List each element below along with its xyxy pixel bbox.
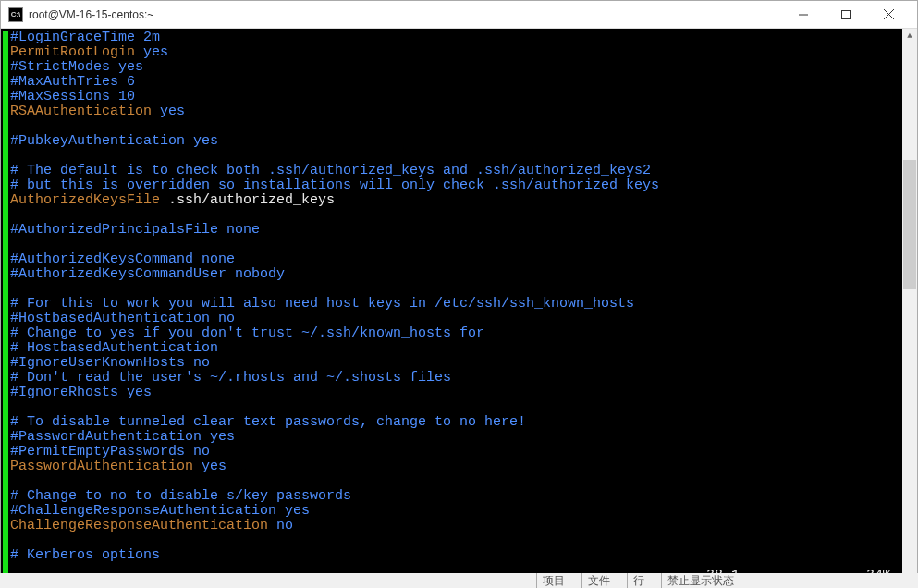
editor-line: RSAAuthentication yes: [10, 104, 902, 119]
text-segment: [10, 148, 18, 164]
editor-line: #PermitEmptyPasswords no: [10, 445, 902, 459]
text-segment: [10, 118, 18, 134]
window-title: root@VM-16-15-centos:~: [29, 8, 153, 21]
titlebar[interactable]: C:\ root@VM-16-15-centos:~: [1, 1, 917, 29]
cursor-position: 38,1: [706, 569, 799, 583]
editor-line: [10, 400, 902, 415]
editor-line: [10, 208, 902, 223]
editor-line: # The default is to check both .ssh/auth…: [10, 164, 902, 178]
editor-line: # but this is overridden so installation…: [10, 178, 902, 193]
editor-line: #PasswordAuthentication yes: [10, 430, 902, 445]
editor-line: # Don't read the user's ~/.rhosts and ~/…: [10, 371, 902, 386]
editor-line: # Kerberos options: [10, 548, 902, 563]
text-segment: # Change to no to disable s/key password…: [10, 488, 351, 504]
editor-line: # HostbasedAuthentication: [10, 341, 902, 356]
text-segment: [10, 281, 18, 297]
text-segment: # Kerberos options: [10, 547, 160, 563]
text-segment: #IgnoreRhosts yes: [10, 385, 152, 400]
editor-line: [10, 149, 902, 164]
editor-line: # Change to no to disable s/key password…: [10, 489, 902, 504]
text-segment: #IgnoreUserKnownHosts no: [10, 355, 210, 371]
text-segment: AuthorizedKeysFile: [10, 192, 160, 208]
editor-line: [10, 119, 902, 134]
editor-line: #HostbasedAuthentication no: [10, 312, 902, 326]
text-segment: yes: [202, 459, 226, 474]
text-segment: [10, 473, 18, 489]
text-segment: #MaxAuthTries 6: [10, 74, 135, 90]
text-segment: [268, 518, 276, 533]
text-segment: [135, 44, 143, 60]
text-segment: [10, 399, 18, 415]
text-segment: ChallengeResponseAuthentication: [10, 518, 268, 533]
editor-line: #IgnoreUserKnownHosts no: [10, 356, 902, 371]
text-segment: no: [276, 518, 293, 533]
text-segment: #AuthorizedKeysCommand none: [10, 251, 235, 267]
editor-line: #ChallengeResponseAuthentication yes: [10, 504, 902, 519]
text-segment: PasswordAuthentication: [10, 459, 193, 474]
editor-line: #AuthorizedPrincipalsFile none: [10, 223, 902, 238]
text-segment: #PubkeyAuthentication yes: [10, 133, 218, 149]
maximize-icon: [841, 10, 851, 19]
editor-line: AuthorizedKeysFile .ssh/authorized_keys: [10, 193, 902, 208]
text-segment: [10, 207, 18, 223]
editor-line: [10, 474, 902, 489]
text-segment: RSAAuthentication: [10, 104, 152, 119]
vertical-scrollbar[interactable]: ▲ ▼: [902, 29, 917, 587]
text-segment: # Change to yes if you don't trust ~/.ss…: [10, 325, 484, 341]
text-segment: PermitRootLogin: [10, 44, 135, 60]
editor-line: #PubkeyAuthentication yes: [10, 134, 902, 149]
window-controls: [782, 1, 910, 29]
minimize-button[interactable]: [782, 1, 825, 29]
scrollbar-track[interactable]: [902, 43, 917, 572]
editor-line: #StrictModes yes: [10, 60, 902, 75]
scrollbar-thumb[interactable]: [903, 160, 916, 289]
terminal-icon: C:\: [8, 7, 23, 22]
minimize-icon: [799, 10, 808, 19]
text-segment: # Don't read the user's ~/.rhosts and ~/…: [10, 370, 451, 386]
maximize-button[interactable]: [825, 1, 867, 29]
editor-line: #AuthorizedKeysCommandUser nobody: [10, 267, 902, 282]
editor-line: #MaxSessions 10: [10, 90, 902, 104]
text-segment: #AuthorizedKeysCommandUser nobody: [10, 266, 285, 282]
scroll-up-arrow-icon[interactable]: ▲: [902, 29, 917, 43]
close-icon: [884, 9, 894, 19]
editor-line: [10, 282, 902, 297]
text-segment: #HostbasedAuthentication no: [10, 311, 235, 326]
terminal[interactable]: #LoginGraceTime 2mPermitRootLogin yes#St…: [1, 29, 917, 587]
scroll-percent: 34%: [799, 569, 891, 583]
editor-line: [10, 533, 902, 548]
svg-rect-1: [842, 10, 851, 18]
text-segment: [10, 237, 18, 252]
editor-line: ChallengeResponseAuthentication no: [10, 519, 902, 533]
scroll-down-arrow-icon[interactable]: ▼: [902, 572, 917, 587]
text-segment: [152, 104, 160, 119]
editor-line: #IgnoreRhosts yes: [10, 386, 902, 400]
editor-line: #LoginGraceTime 2m: [10, 31, 902, 45]
editor-content[interactable]: #LoginGraceTime 2mPermitRootLogin yes#St…: [3, 31, 902, 585]
text-segment: # The default is to check both .ssh/auth…: [10, 163, 651, 178]
window-frame: C:\ root@VM-16-15-centos:~ #LoginGraceTi…: [0, 0, 918, 588]
editor-line: [10, 238, 902, 252]
editor-line: #AuthorizedKeysCommand none: [10, 252, 902, 267]
text-segment: .ssh/authorized_keys: [160, 192, 335, 208]
editor-status: 38,1 34%: [706, 569, 891, 583]
text-segment: yes: [143, 44, 168, 60]
editor-line: PasswordAuthentication yes: [10, 459, 902, 474]
text-segment: #LoginGraceTime 2m: [10, 30, 160, 45]
editor-line: # Change to yes if you don't trust ~/.ss…: [10, 326, 902, 341]
text-segment: # but this is overridden so installation…: [10, 178, 659, 193]
text-segment: # HostbasedAuthentication: [10, 340, 218, 356]
text-segment: [10, 533, 18, 548]
text-segment: #MaxSessions 10: [10, 89, 135, 104]
text-segment: #PasswordAuthentication yes: [10, 429, 235, 445]
text-segment: # To disable tunneled clear text passwor…: [10, 414, 526, 430]
text-segment: #PermitEmptyPasswords no: [10, 444, 210, 459]
editor-line: #MaxAuthTries 6: [10, 75, 902, 90]
text-segment: yes: [160, 104, 185, 119]
text-segment: #ChallengeResponseAuthentication yes: [10, 503, 310, 519]
text-segment: #AuthorizedPrincipalsFile none: [10, 222, 260, 238]
editor-line: # To disable tunneled clear text passwor…: [10, 415, 902, 430]
text-segment: [193, 459, 202, 474]
text-segment: #StrictModes yes: [10, 59, 143, 75]
close-button[interactable]: [867, 1, 910, 29]
